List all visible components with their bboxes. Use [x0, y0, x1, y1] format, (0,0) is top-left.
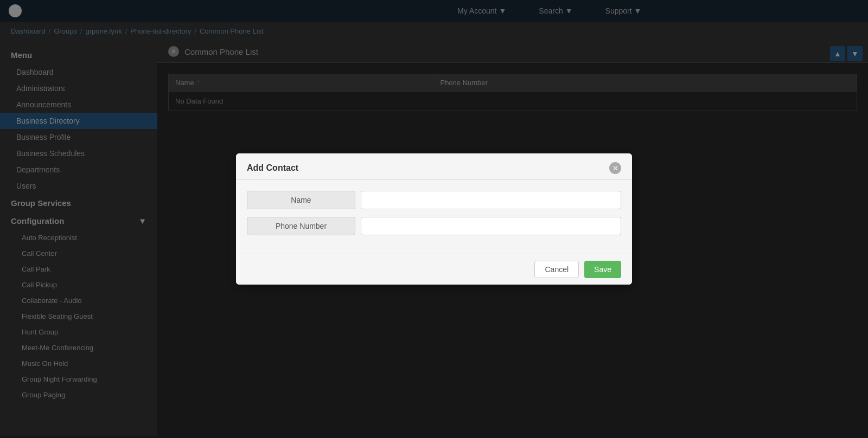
phone-row: Phone Number — [247, 217, 621, 235]
name-label: Name — [247, 191, 355, 209]
phone-label: Phone Number — [247, 217, 355, 235]
modal-title: Add Contact — [247, 163, 298, 173]
cancel-button[interactable]: Cancel — [534, 261, 579, 278]
modal-overlay: Add Contact ✕ Name Phone Number Cancel S… — [0, 0, 868, 438]
modal-footer: Cancel Save — [236, 254, 632, 285]
save-button[interactable]: Save — [584, 261, 621, 278]
name-row: Name — [247, 191, 621, 209]
modal-body: Name Phone Number — [236, 180, 632, 254]
add-contact-modal: Add Contact ✕ Name Phone Number Cancel S… — [236, 153, 632, 285]
modal-close-button[interactable]: ✕ — [609, 162, 621, 174]
phone-input[interactable] — [361, 217, 621, 235]
name-input[interactable] — [361, 191, 621, 209]
modal-header: Add Contact ✕ — [236, 153, 632, 180]
